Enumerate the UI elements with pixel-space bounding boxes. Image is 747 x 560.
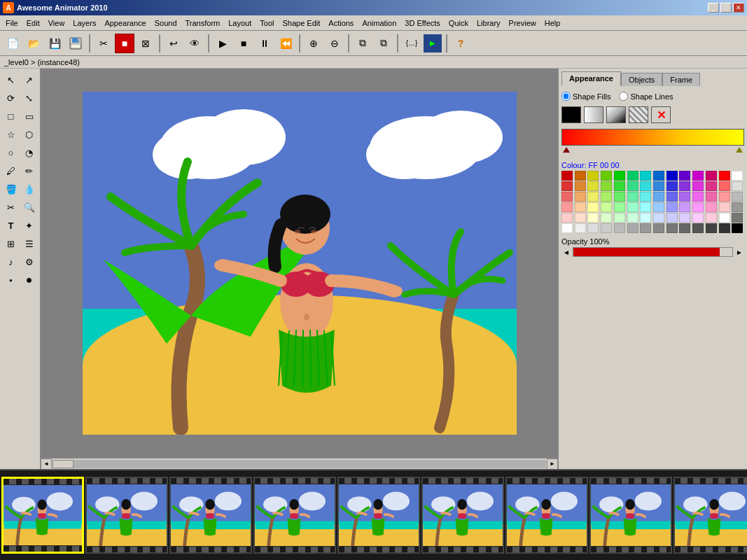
color-cell[interactable] [706,181,717,191]
color-cell[interactable] [732,181,743,191]
color-cell[interactable] [732,202,743,212]
color-cell[interactable] [640,223,651,233]
film-frame[interactable] [169,477,252,554]
gradient-handle-right[interactable] [736,147,743,153]
color-cell[interactable] [575,223,586,233]
color-cell[interactable] [601,213,612,223]
canvas-scrollbar-horizontal[interactable]: ◄ ► [41,458,558,469]
color-cell[interactable] [732,223,743,233]
color-cell[interactable] [575,181,586,191]
color-cell[interactable] [614,192,625,202]
menu-library[interactable]: Library [473,18,505,29]
menu-view[interactable]: View [44,18,69,29]
scroll-right-button[interactable]: ► [547,458,558,470]
color-cell[interactable] [627,181,638,191]
color-cell[interactable] [719,192,730,202]
film-frame[interactable] [253,477,336,554]
color-cell[interactable] [561,181,573,191]
color-cell[interactable] [679,213,690,223]
window-controls[interactable]: _ □ ✕ [708,3,744,13]
color-cell[interactable] [601,171,612,181]
copy-frames-button[interactable]: ⧉ [353,34,372,53]
undo-button[interactable]: ↩ [164,34,183,53]
linear-gradient-swatch[interactable] [584,106,603,123]
color-cell[interactable] [640,213,651,223]
color-cell[interactable] [732,192,743,202]
color-cell[interactable] [719,181,730,191]
color-cell[interactable] [587,202,599,212]
rewind-button[interactable]: ⏪ [276,34,295,53]
color-cell[interactable] [653,213,664,223]
code-button[interactable]: {…} [402,34,421,53]
color-cell[interactable] [561,223,573,233]
menu-layers[interactable]: Layers [69,18,100,29]
shape-lines-radio[interactable]: Shape Lines [619,92,673,101]
menu-edit[interactable]: Edit [22,18,44,29]
color-cell[interactable] [601,202,612,212]
text-tool[interactable]: T [3,217,20,234]
menu-sound[interactable]: Sound [151,18,181,29]
color-cell[interactable] [627,171,638,181]
color-cell[interactable] [575,192,586,202]
shape-fills-input[interactable] [561,92,571,101]
color-cell[interactable] [640,202,651,212]
color-cell[interactable] [587,223,599,233]
opacity-increase[interactable]: ► [734,248,744,256]
polygon-tool[interactable]: ⬡ [21,126,38,143]
dropper-tool[interactable]: 💧 [21,181,38,197]
zoom-in-button[interactable]: ⊕ [304,34,323,53]
zoom-out-button[interactable]: ⊖ [325,34,344,53]
film-frame[interactable] [505,477,588,554]
shape-fills-radio[interactable]: Shape Fills [561,92,610,101]
menu-file[interactable]: File [1,18,22,29]
color-cell[interactable] [679,171,690,181]
tab-objects[interactable]: Objects [621,73,662,86]
solid-fill-swatch[interactable] [561,106,581,123]
color-cell[interactable] [679,202,690,212]
rounded-rect-tool[interactable]: ▭ [21,108,38,125]
color-cell[interactable] [653,181,664,191]
color-cell[interactable] [587,181,599,191]
save-as-button[interactable] [66,34,85,53]
radial-gradient-swatch[interactable] [606,106,626,123]
canvas[interactable] [83,92,517,435]
color-cell[interactable] [575,171,586,181]
list-tool[interactable]: ☰ [21,235,38,252]
color-cell[interactable] [653,192,664,202]
color-cell[interactable] [706,202,717,212]
color-cell[interactable] [587,192,599,202]
color-cell[interactable] [614,213,625,223]
color-cell[interactable] [666,202,678,212]
color-cell[interactable] [732,213,743,223]
menu-appearance[interactable]: Appearance [100,18,150,29]
color-cell[interactable] [575,213,586,223]
color-cell[interactable] [692,213,704,223]
color-cell[interactable] [719,223,730,233]
color-cell[interactable] [679,181,690,191]
color-cell[interactable] [627,223,638,233]
select-tool[interactable]: ↖ [3,71,20,88]
color-cell[interactable] [679,192,690,202]
color-cell[interactable] [692,202,704,212]
color-cell[interactable] [706,192,717,202]
pen-tool[interactable]: 🖊 [3,162,20,179]
eye-button[interactable]: 👁 [185,34,204,53]
menu-quick[interactable]: Quick [445,18,473,29]
color-cell[interactable] [692,181,704,191]
pause-button[interactable]: ⏸ [255,34,274,53]
color-cell[interactable] [614,181,625,191]
color-cell[interactable] [640,171,651,181]
color-cell[interactable] [692,192,704,202]
transform-button[interactable]: ⊠ [136,34,155,53]
menu-3d-effects[interactable]: 3D Effects [400,18,445,29]
star-tool[interactable]: ☆ [3,126,20,143]
color-cell[interactable] [614,171,625,181]
menu-shape-edit[interactable]: Shape Edit [278,18,324,29]
gradient-bar[interactable] [561,129,744,146]
film-frame[interactable] [85,477,168,554]
arc-tool[interactable]: ◔ [21,144,38,161]
pencil-tool[interactable]: ✏ [21,162,38,179]
color-cell[interactable] [601,181,612,191]
color-cell[interactable] [679,223,690,233]
save-button[interactable]: 💾 [45,34,64,53]
